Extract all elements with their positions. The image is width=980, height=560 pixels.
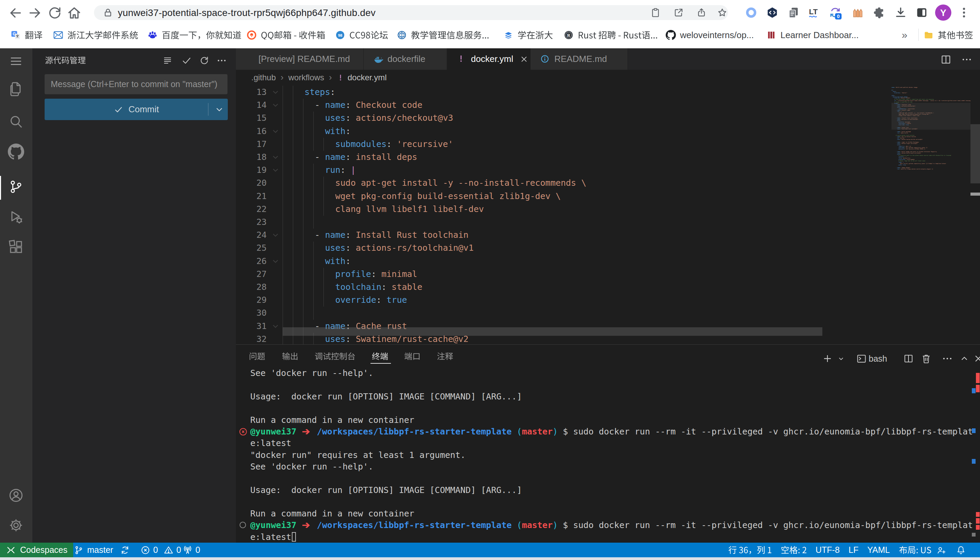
status-encoding[interactable]: UTF-8 [816,543,840,557]
editor-tab[interactable]: [Preview] README.md [236,48,364,70]
close-tab-icon[interactable] [519,55,529,64]
bookmarks-divider [918,28,919,41]
other-bookmarks-button[interactable] [923,29,973,41]
horizontal-scrollbar[interactable] [283,327,822,336]
fold-chevron-icon[interactable] [270,152,281,163]
code-token: - [314,100,325,110]
fold-chevron-icon[interactable] [270,126,281,137]
menu-button[interactable] [8,53,24,69]
extension-button-6[interactable] [851,6,864,19]
editor-more-actions-button[interactable] [959,52,975,67]
command-decoration-error[interactable] [238,427,248,437]
status-language-mode[interactable]: YAML [867,543,890,557]
breadcrumb-item[interactable]: .github [251,73,276,82]
browser-home-button[interactable] [67,5,82,20]
settings-button[interactable] [8,517,24,533]
url-bar[interactable]: yunwei37-potential-space-trout-rpr5qwj66… [94,5,728,20]
clipboard-button[interactable] [651,7,661,18]
browser-reload-button[interactable] [47,5,62,20]
refresh-button[interactable] [199,55,210,66]
source-control-button[interactable] [8,178,24,195]
branch-indicator[interactable]: master [74,543,113,557]
github-button[interactable] [8,143,24,160]
minimap-slider[interactable] [891,103,970,130]
browser-menu-button[interactable] [958,6,970,19]
code-token: : [376,295,381,305]
run-debug-button[interactable] [8,209,24,225]
command-decoration-running[interactable] [238,520,248,530]
split-editor-button[interactable] [938,52,954,67]
extension-button-4[interactable]: LT [807,6,820,19]
code-editor[interactable]: 13 steps:14 - name: Checkout code15 uses… [236,85,980,344]
fold-chevron-icon[interactable] [270,165,281,175]
extension-button-3[interactable] [787,6,800,19]
code-line: sudo apt-get install -y --no-install-rec… [284,178,586,188]
browser-back-button[interactable] [8,5,23,20]
breadcrumb-item[interactable]: workflows [288,73,324,82]
fold-chevron-icon[interactable] [270,230,281,240]
view-as-list-button[interactable] [162,55,173,66]
editor-tab-active[interactable]: docker.yml [447,48,530,70]
downloads-button[interactable] [894,6,907,19]
terminal-row: e:latest [250,438,291,448]
ports-indicator[interactable]: 0 [182,543,200,557]
bookmarks-overflow-button[interactable]: » [902,29,908,41]
extension-button-2[interactable] [766,6,779,19]
search-button[interactable] [8,113,24,130]
fold-chevron-icon[interactable] [270,100,281,110]
terminal-row: "docker run" requires at least 1 argumen… [250,450,465,460]
extension-button-1[interactable] [745,6,758,19]
bookmark-item[interactable] [503,29,553,41]
explorer-button[interactable] [8,81,24,97]
sidebar-toggle-button[interactable] [915,6,928,19]
account-button[interactable] [8,487,24,503]
terminal-content[interactable]: See 'docker run --help'.Usage: docker ru… [236,345,980,543]
bookmark-item[interactable]: G [10,29,43,41]
indent-guide [283,151,283,163]
browser-forward-button[interactable] [28,5,43,20]
url-text[interactable]: yunwei37-potential-space-trout-rpr5qwj66… [118,7,376,18]
status-indentation[interactable] [781,543,807,557]
open-in-window-button[interactable] [674,7,684,18]
status-cursor-position[interactable] [728,543,772,557]
problems-indicator[interactable]: 0 0 [140,543,181,557]
sync-icon [120,545,130,555]
vertical-scrollbar[interactable] [970,124,980,183]
bookmark-label [25,31,43,40]
bookmark-item[interactable]: weloveinterns/op... [666,29,754,41]
status-keyboard-layout[interactable] [899,543,932,557]
extension-button-5[interactable]: 0 [828,6,841,19]
commit-check-button[interactable] [181,55,192,66]
status-eol[interactable]: LF [849,543,858,557]
docker-file-icon [373,54,383,64]
scm-more-actions-button[interactable] [216,55,227,66]
bookmark-item[interactable]: Learner Dashboar... [766,29,859,41]
minimap[interactable]: name: Build and publish docker imageon: … [891,87,970,337]
code-line: steps: [284,87,335,97]
bookmark-item[interactable]: R [564,29,658,41]
bookmark-item[interactable]: 98 [335,29,388,41]
bookmark-item[interactable] [53,29,138,41]
breadcrumb-item[interactable]: docker.yml [348,73,387,82]
fold-chevron-icon[interactable] [270,256,281,267]
sync-button[interactable] [120,543,130,557]
share-button[interactable] [696,7,707,18]
commit-button-label: Commit [129,104,159,115]
editor-tab[interactable]: dockerfile [364,48,447,70]
codespaces-remote-button[interactable]: Codespaces [0,543,73,557]
commit-message-input[interactable] [45,74,227,94]
bookmark-item[interactable] [397,29,489,41]
notifications-button[interactable] [952,543,970,557]
editor-tab[interactable]: README.md [530,48,628,70]
fold-chevron-icon[interactable] [270,87,281,98]
extensions-button[interactable] [8,239,24,255]
commit-button[interactable]: Commit [45,99,228,120]
feedback-button[interactable] [934,543,949,557]
extensions-puzzle-button[interactable] [873,6,886,19]
commit-dropdown-button[interactable] [211,99,228,120]
fold-chevron-icon[interactable] [270,321,281,332]
bookmark-item[interactable] [147,29,241,41]
bookmark-item[interactable] [246,29,325,41]
bookmark-star-button[interactable] [717,7,727,18]
profile-avatar[interactable]: Y [934,4,952,22]
